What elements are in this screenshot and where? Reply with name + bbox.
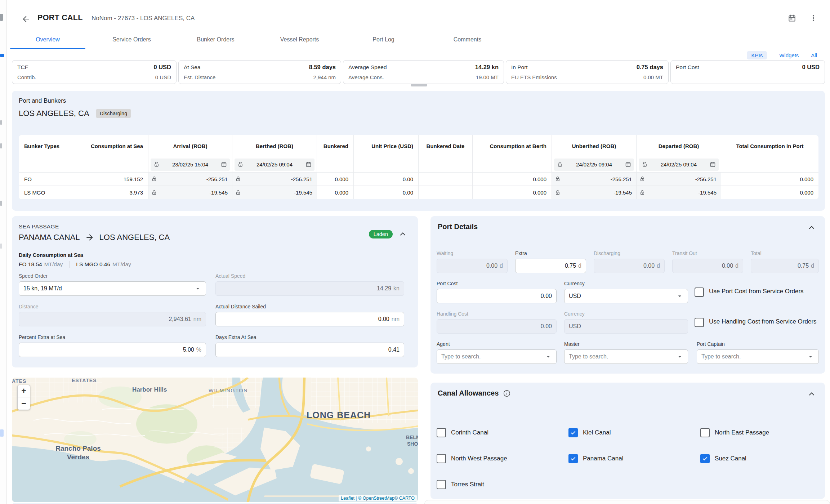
arrival-datetime-input[interactable]: 23/02/25 15:04 bbox=[151, 159, 230, 171]
checkbox-unchecked[interactable] bbox=[437, 480, 446, 489]
zoom-out-button[interactable]: − bbox=[18, 397, 30, 410]
resize-handle[interactable] bbox=[411, 84, 427, 86]
tab-port-log[interactable]: Port Log bbox=[342, 30, 425, 49]
back-button[interactable] bbox=[19, 12, 33, 26]
canal-checkbox-corinth[interactable]: Corinth Canal bbox=[437, 428, 488, 437]
checkbox-checked[interactable] bbox=[568, 428, 578, 437]
consumption-at-berth-cell[interactable]: 0.000 bbox=[473, 186, 552, 199]
port-name: LOS ANGELES, CA bbox=[19, 109, 89, 118]
checkbox-unchecked[interactable] bbox=[700, 428, 710, 437]
tab-vessel-reports[interactable]: Vessel Reports bbox=[258, 30, 342, 49]
kpi-value: 0 USD bbox=[153, 64, 171, 71]
calendar-icon[interactable] bbox=[710, 161, 716, 168]
unit-price-cell[interactable]: 0.00 bbox=[354, 173, 419, 186]
checkbox-unchecked[interactable] bbox=[695, 287, 704, 297]
canal-checkbox-panama[interactable]: Panama Canal bbox=[568, 454, 623, 463]
lock-open-icon bbox=[235, 190, 241, 196]
transit-out-label: Transit Out bbox=[672, 250, 743, 256]
use-port-cost-checkbox[interactable]: Use Port Cost from Service Orders bbox=[695, 287, 819, 297]
transit-out-input: 0.00d bbox=[672, 259, 743, 273]
unberthed-datetime-input[interactable]: 24/02/25 09:04 bbox=[554, 159, 634, 171]
checkbox-checked[interactable] bbox=[700, 454, 710, 463]
tab-bunker-orders[interactable]: Bunker Orders bbox=[174, 30, 258, 49]
master-search-select[interactable]: Type to search. bbox=[564, 349, 688, 364]
checkbox-label: Use Port Cost from Service Orders bbox=[709, 287, 804, 295]
carto-link[interactable]: © CARTO bbox=[394, 496, 415, 501]
unit-price-cell[interactable]: 0.00 bbox=[354, 186, 419, 199]
consumption-at-sea-cell[interactable]: 3.973 bbox=[72, 186, 148, 199]
canal-checkbox-suez[interactable]: Suez Canal bbox=[700, 454, 746, 463]
checkbox-checked[interactable] bbox=[568, 454, 578, 463]
handling-cost-input: 0.00 bbox=[437, 319, 557, 334]
view-toggle-kpis[interactable]: KPIs bbox=[747, 51, 767, 59]
port-call-page: PORT CALL NoNom - 27673 - LOS ANGELES, C… bbox=[0, 0, 830, 504]
port-cost-currency-select[interactable]: USD bbox=[564, 289, 688, 303]
departed-datetime-input[interactable]: 24/02/25 09:04 bbox=[639, 159, 719, 171]
bunkered-cell[interactable]: 0.000 bbox=[317, 173, 354, 186]
kebab-menu-icon bbox=[809, 14, 817, 22]
checkbox-unchecked[interactable] bbox=[695, 318, 704, 327]
consumption-at-berth-cell[interactable]: 0.000 bbox=[473, 173, 552, 186]
calendar-button[interactable] bbox=[785, 11, 799, 25]
lock-open-icon bbox=[555, 176, 561, 182]
consumption-at-sea-cell[interactable]: 159.152 bbox=[72, 173, 148, 186]
collapse-chevron-icon[interactable] bbox=[398, 230, 407, 238]
collapse-chevron-icon[interactable] bbox=[807, 390, 816, 398]
osm-link[interactable]: © OpenStreetMap bbox=[358, 496, 394, 501]
calendar-icon[interactable] bbox=[305, 161, 312, 168]
berthed-datetime: 24/02/25 09:04 bbox=[245, 161, 304, 168]
map-label-long-beach: LONG BEACH bbox=[307, 410, 371, 420]
tab-overview[interactable]: Overview bbox=[6, 30, 90, 49]
tab-comments[interactable]: Comments bbox=[425, 30, 509, 49]
calendar-icon[interactable] bbox=[221, 161, 227, 168]
map-label-wilmington: WILMINGTON bbox=[209, 388, 248, 393]
info-icon[interactable] bbox=[503, 389, 511, 397]
canal-allowances-title: Canal Allowances bbox=[438, 389, 499, 397]
col-bunkered-date: Bunkered Date bbox=[419, 135, 473, 157]
chevron-down-icon bbox=[676, 293, 683, 300]
bunkered-date-cell[interactable] bbox=[419, 186, 473, 199]
agent-search-select[interactable]: Type to search. bbox=[437, 349, 557, 364]
canal-checkbox-torres-strait[interactable]: Torres Strait bbox=[437, 480, 484, 489]
view-toggle-all[interactable]: All bbox=[811, 52, 817, 58]
use-handling-cost-checkbox[interactable]: Use Handling Cost from Service Orders bbox=[695, 318, 819, 327]
port-map[interactable]: ATES ESTATES Harbor Hills WILMINGTON LON… bbox=[12, 378, 418, 502]
lock-open-icon bbox=[639, 176, 645, 182]
bunkered-date-cell[interactable] bbox=[419, 173, 473, 186]
more-options-button[interactable] bbox=[806, 11, 821, 25]
bunkered-cell[interactable]: 0.000 bbox=[317, 186, 354, 199]
checkbox-unchecked[interactable] bbox=[437, 428, 446, 437]
kpi-card-tce: TCE0 USD Contrib.0 USD bbox=[12, 60, 177, 84]
ls-mgo-consumption-unit: MT/day bbox=[112, 261, 131, 268]
speed-order-select[interactable]: 15 kn, 19 MT/d bbox=[19, 281, 206, 296]
departed-rob-cell: -19.545 bbox=[637, 186, 721, 199]
col-bunker-types: Bunker Types bbox=[19, 135, 72, 157]
kpi-sub-label: EU ETS Emissions bbox=[511, 74, 557, 80]
zoom-in-button[interactable]: + bbox=[18, 385, 30, 397]
port-cost-input[interactable]: 0.00 bbox=[437, 289, 557, 303]
col-arrival-rob: Arrival (ROB) bbox=[148, 135, 232, 157]
collapse-chevron-icon[interactable] bbox=[807, 223, 816, 232]
percent-extra-at-sea-input[interactable]: 5.00% bbox=[19, 343, 206, 357]
canal-checkbox-north-west-passage[interactable]: North West Passage bbox=[437, 454, 507, 463]
extra-input[interactable]: 0.75d bbox=[515, 259, 586, 273]
map-label-belmont-1: BELM bbox=[406, 434, 418, 440]
checkbox-unchecked[interactable] bbox=[437, 454, 446, 463]
col-consumption-at-berth: Consumption at Berth bbox=[473, 135, 552, 157]
port-captain-search-select[interactable]: Type to search. bbox=[697, 349, 819, 364]
actual-distance-sailed-input[interactable]: 0.00nm bbox=[215, 312, 404, 326]
canal-checkbox-kiel[interactable]: Kiel Canal bbox=[568, 428, 611, 437]
tab-service-orders[interactable]: Service Orders bbox=[90, 30, 174, 49]
leaflet-link[interactable]: Leaflet bbox=[341, 496, 354, 501]
view-toggle-widgets[interactable]: Widgets bbox=[779, 52, 799, 58]
kpi-sub-label: Average Cons. bbox=[348, 74, 384, 80]
calendar-icon[interactable] bbox=[625, 161, 631, 168]
tab-bar: Overview Service Orders Bunker Orders Ve… bbox=[6, 30, 509, 49]
berthed-datetime-input[interactable]: 24/02/25 09:04 bbox=[235, 159, 314, 171]
days-extra-at-sea-input[interactable]: 0.41 bbox=[215, 343, 404, 357]
canal-checkbox-north-east-passage[interactable]: North East Passage bbox=[700, 428, 769, 437]
arrival-datetime: 23/02/25 15:04 bbox=[161, 161, 219, 168]
kpi-value: 14.29 kn bbox=[475, 64, 499, 71]
lock-open-icon bbox=[639, 190, 645, 196]
total-label: Total bbox=[751, 250, 819, 256]
